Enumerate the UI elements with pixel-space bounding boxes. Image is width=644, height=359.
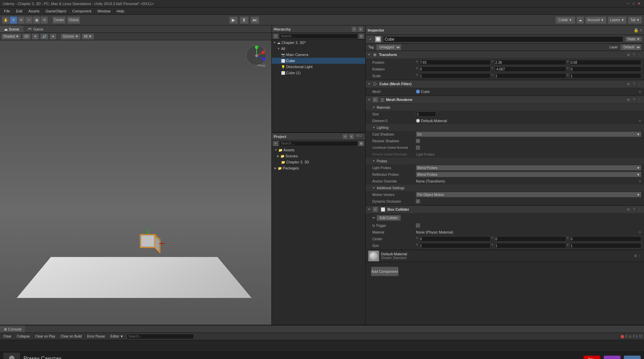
menu-help[interactable]: Help	[114, 8, 127, 14]
add-component-btn[interactable]: Add Component	[371, 267, 398, 276]
reflection-probes-value[interactable]: Blend Probes ▼	[416, 172, 641, 177]
error-pause-btn[interactable]: Error Pause	[85, 334, 107, 340]
box-collider-settings-icon[interactable]: ⚙	[626, 207, 631, 212]
anchor-override-pick[interactable]: ⊙	[639, 180, 641, 183]
fx-btn[interactable]: ✦	[50, 34, 56, 40]
hierarchy-menu-btn[interactable]: ≡	[358, 27, 363, 32]
mesh-filter-header[interactable]: ▼ ⬡ Cube (Mesh Filter) ⚙ ? ⋮	[366, 80, 644, 88]
cast-shadows-value[interactable]: On ▼	[416, 132, 641, 137]
contrib-gi-cb[interactable]	[416, 146, 420, 150]
pos-z[interactable]: 0.58	[570, 60, 641, 65]
mesh-filter-settings-icon[interactable]: ⚙	[626, 82, 631, 86]
project-add-btn2[interactable]: +	[273, 141, 278, 146]
audio-btn[interactable]: 🔊	[40, 34, 48, 40]
transform-help-icon[interactable]: ?	[632, 52, 636, 57]
youtube-badge[interactable]: YouTube	[584, 356, 600, 359]
console-tab[interactable]: 🖥 Console	[0, 325, 25, 332]
scale-x[interactable]: 1	[419, 73, 491, 79]
hierarchy-cube-1[interactable]: ⬜ Cube (1)	[272, 70, 365, 76]
box-collider-more-icon[interactable]: ⋮	[637, 207, 642, 212]
menu-window[interactable]: Window	[95, 8, 113, 14]
account-button[interactable]: Account ▼	[585, 16, 606, 24]
global-button[interactable]: Global	[67, 16, 80, 24]
scene-tab[interactable]: ⛰ Scene	[0, 25, 23, 33]
editor-btn[interactable]: Editor ▼	[108, 334, 125, 340]
scenes-folder[interactable]: ▶ 📁 Scenes	[272, 153, 365, 159]
pos-x[interactable]: 7.93	[419, 60, 491, 65]
collapse-btn[interactable]: Collapse	[15, 334, 32, 340]
center-x[interactable]: 0	[419, 236, 491, 242]
pos-y[interactable]: 2.38	[494, 60, 566, 65]
motion-vectors-value[interactable]: Per Object Motion ▼	[416, 192, 641, 197]
menu-component[interactable]: Component	[69, 8, 94, 14]
additional-settings-header[interactable]: ▼ Additional Settings	[366, 185, 644, 191]
layers-button[interactable]: Layers ▼	[608, 16, 627, 24]
dynamic-occlusion-cb[interactable]: ✓	[416, 199, 420, 203]
hierarchy-main-camera[interactable]: 📷 Main Camera	[272, 52, 365, 58]
size-value[interactable]: 1	[416, 111, 436, 117]
transform-header[interactable]: ▼ ⊞ Transform ⚙ ? ⋮	[366, 51, 644, 58]
box-collider-enabled[interactable]: ✓	[373, 207, 378, 212]
packages-folder[interactable]: ▶ 📁 Packages	[272, 165, 365, 171]
materials-section-header[interactable]: ▼ Materials	[366, 104, 644, 111]
move-tool[interactable]: ✛	[10, 16, 17, 24]
shading-dropdown[interactable]: Shaded ▼	[1, 34, 21, 40]
lighting-btn[interactable]: ☀	[32, 34, 39, 40]
maximize-btn[interactable]: □	[631, 1, 636, 6]
rot-y[interactable]: -4.067	[494, 66, 566, 72]
mesh-renderer-settings-icon[interactable]: ⚙	[626, 97, 631, 102]
clear-on-play-btn[interactable]: Clear on Play	[33, 334, 57, 340]
obj-name-input[interactable]	[383, 36, 623, 42]
hand-tool[interactable]: ✋	[2, 16, 9, 24]
mat-more-icon[interactable]: ⋮	[638, 254, 641, 258]
inspector-lock-icon[interactable]: 🔒	[634, 28, 639, 33]
scale-y[interactable]: 1	[494, 73, 566, 79]
assets-folder[interactable]: ▼ 📁 Assets	[272, 147, 365, 153]
hierarchy-search[interactable]	[279, 34, 358, 39]
rect-tool[interactable]: ▣	[33, 16, 40, 24]
step-button[interactable]: ⏭	[251, 16, 259, 24]
edit-collider-btn[interactable]: Edit Collider	[377, 215, 401, 221]
rotate-tool[interactable]: ⟳	[17, 16, 25, 24]
hierarchy-cube[interactable]: ⬜ Cube	[272, 58, 365, 64]
collider-material-pick[interactable]: ⊙	[639, 230, 641, 234]
clear-btn[interactable]: Clear	[1, 334, 13, 340]
rot-z[interactable]: 0	[570, 66, 641, 72]
project-add-btn[interactable]: +	[342, 134, 348, 139]
tag-dropdown[interactable]: Untagged	[376, 44, 401, 50]
nav-gizmo[interactable]: X Y Z Persp	[245, 44, 268, 67]
menu-assets[interactable]: Assets	[26, 8, 42, 14]
coll-size-x[interactable]: 1	[419, 243, 491, 248]
hierarchy-directional-light[interactable]: 💡 Directional Light	[272, 64, 365, 70]
box-collider-help-icon[interactable]: ?	[632, 207, 636, 212]
pause-button[interactable]: ⏸	[240, 16, 249, 24]
hierarchy-type-btn[interactable]: ≡	[359, 34, 364, 39]
lighting-section-header[interactable]: ▼ Lighting	[366, 124, 644, 131]
inspector-menu-icon[interactable]: ≡	[640, 28, 642, 33]
collab-button[interactable]: Collab ▼	[555, 16, 575, 24]
play-button[interactable]: ▶	[229, 16, 238, 24]
scale-tool[interactable]: ⤢	[25, 16, 33, 24]
scale-z[interactable]: 1	[570, 73, 641, 79]
transform-more-icon[interactable]: ⋮	[637, 52, 642, 57]
mesh-filter-more-icon[interactable]: ⋮	[637, 82, 642, 86]
center-z[interactable]: 0	[570, 236, 641, 242]
layout-button[interactable]: Tall ▼	[628, 16, 642, 24]
clear-on-build-btn[interactable]: Clear on Build	[59, 334, 84, 340]
mesh-renderer-enabled[interactable]: ✓	[373, 97, 378, 102]
scene-root-item[interactable]: ▼ ⛰ Chapter 3. 3D*	[272, 40, 365, 46]
mesh-renderer-header[interactable]: ▼ ✓ ◫ Mesh Renderer ⚙ ? ⋮	[366, 96, 644, 103]
hierarchy-add-btn[interactable]: +	[352, 27, 357, 32]
probes-section-header[interactable]: ▼ Probes	[366, 158, 644, 164]
menu-file[interactable]: File	[1, 8, 13, 14]
obj-active-checkbox[interactable]: ✓	[368, 37, 373, 42]
receive-shadows-cb[interactable]: ✓	[416, 139, 420, 143]
coll-size-z[interactable]: 1	[570, 243, 641, 248]
element0-pick[interactable]: ⊙	[639, 119, 641, 122]
all-item[interactable]: ▼ All	[272, 46, 365, 52]
layer-dropdown[interactable]: Default	[621, 44, 641, 50]
console-search-input[interactable]	[127, 334, 194, 339]
hierarchy-all-btn[interactable]: +	[273, 34, 278, 39]
all-btn[interactable]: All ▼	[82, 34, 94, 40]
project-search[interactable]	[279, 141, 358, 146]
